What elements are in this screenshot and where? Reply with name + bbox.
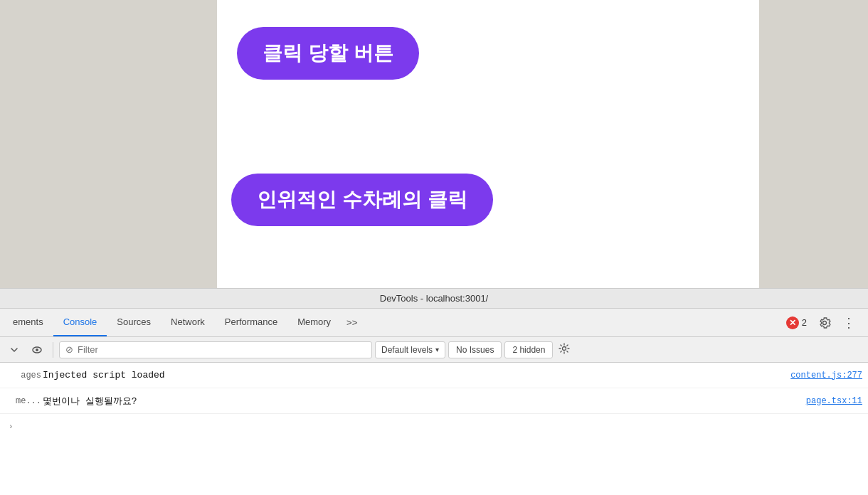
console-source-link[interactable]: page.tsx:11 [806,396,862,406]
tab-network[interactable]: Network [161,309,215,336]
console-log-area: ages Injected script loaded content.js:2… [0,363,868,495]
chevron-icon: ▾ [435,346,439,353]
devtools-title: DevTools - localhost:3001/ [380,293,488,304]
svg-point-2 [563,346,566,350]
webpage: 클릭 당할 버튼 인위적인 수차례의 클릭 [217,0,759,288]
tab-sources[interactable]: Sources [107,309,161,336]
toolbar-divider [53,342,53,358]
chevron-down-icon [9,344,20,356]
console-message: 몇번이나 실행될까요? [43,395,806,408]
tab-memory[interactable]: Memory [287,309,341,336]
clear-console-button[interactable] [4,341,24,358]
tab-elements[interactable]: ements [3,309,53,336]
default-levels-button[interactable]: Default levels ▾ [375,341,445,358]
more-tabs-button[interactable]: >> [341,313,363,332]
console-settings-button[interactable] [556,341,573,358]
no-issues-badge: No Issues [448,341,502,358]
filter-input[interactable] [78,344,366,355]
console-row-label: me... [3,396,41,406]
multiple-clicks-button[interactable]: 인위적인 수차례의 클릭 [231,174,493,226]
devtools-tabs: ements Console Sources Network Performan… [0,309,868,337]
filter-icon: ⊘ [65,344,73,355]
chevron-right-icon: › [9,422,14,431]
more-options-button[interactable]: ⋮ [838,314,859,332]
console-toolbar: ⊘ Default levels ▾ No Issues 2 hidden [0,337,868,363]
settings-button[interactable] [814,314,835,332]
gear-small-icon [559,343,570,354]
error-icon: ✕ [786,316,799,329]
devtools-panel: DevTools - localhost:3001/ ements Consol… [0,288,868,495]
clickable-button[interactable]: 클릭 당할 버튼 [237,27,419,80]
filter-input-wrap: ⊘ [59,341,372,358]
vertical-dots-icon: ⋮ [842,316,855,329]
tab-performance[interactable]: Performance [215,309,287,336]
browser-content: 클릭 당할 버튼 인위적인 수차례의 클릭 [0,0,868,288]
gear-icon [818,316,831,329]
console-source-link[interactable]: content.js:277 [790,371,862,380]
eye-icon [31,344,43,356]
console-row-label: ages [3,371,41,380]
eye-button[interactable] [27,341,47,358]
console-row: ages Injected script loaded content.js:2… [0,363,868,388]
svg-point-1 [36,348,38,351]
tab-actions: ✕ 2 ⋮ [782,314,865,332]
error-count: 2 [802,317,807,328]
hidden-count-badge[interactable]: 2 hidden [504,341,553,358]
console-row-expand[interactable]: › [0,414,868,440]
error-badge-button[interactable]: ✕ 2 [782,314,811,332]
tab-console[interactable]: Console [53,309,107,336]
devtools-titlebar: DevTools - localhost:3001/ [0,289,868,309]
console-message: Injected script loaded [43,370,790,380]
console-row: me... 몇번이나 실행될까요? page.tsx:11 [0,388,868,414]
